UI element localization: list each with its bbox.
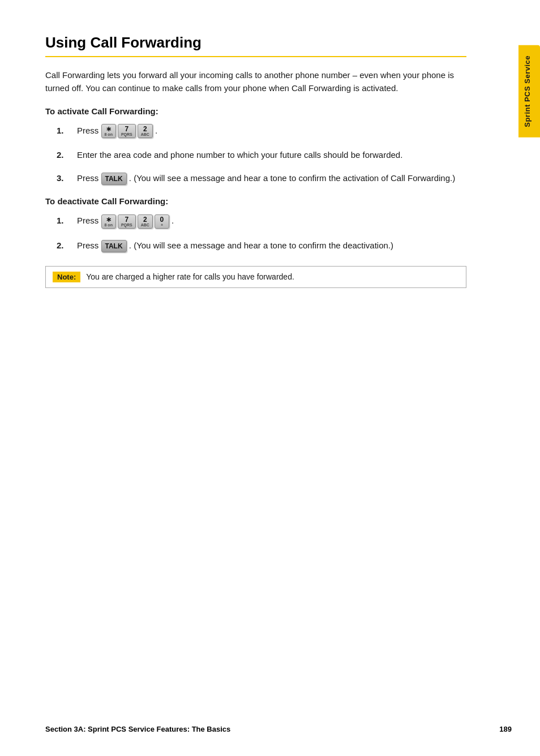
content-area: Using Call Forwarding Call Forwarding le… <box>45 34 466 288</box>
deact-key-zero: 0 + <box>155 214 169 229</box>
deact-step-2-note: . (You will see a message and hear a ton… <box>129 240 393 250</box>
page-wrapper: Sprint PCS Service Using Call Forwarding… <box>0 0 540 756</box>
step-1-period: . <box>155 126 157 135</box>
side-tab-label: Sprint PCS Service <box>523 55 532 127</box>
footer-page-number: 189 <box>499 725 512 733</box>
key-seven-sub: PQRS <box>121 132 132 136</box>
intro-paragraph: Call Forwarding lets you forward all you… <box>45 68 466 95</box>
step-2-text: Enter the area code and phone number to … <box>77 150 402 160</box>
step-2-content: Enter the area code and phone number to … <box>77 148 466 161</box>
deact-step-1-number: 1. <box>57 214 72 227</box>
key-seven-main: 7 <box>125 126 128 132</box>
step-3-keys: TALK <box>101 173 127 185</box>
key-two: 2 ABC <box>138 124 153 138</box>
footer-section-label: Section 3A: Sprint PCS Service Features:… <box>45 725 230 733</box>
key-talk-activate: TALK <box>101 173 127 185</box>
step-3-press-label: Press <box>77 173 101 183</box>
deact-key-star-sub: 8 on <box>105 223 113 227</box>
deact-step-2-content: Press TALK . (You will see a message and… <box>77 239 466 252</box>
step-3-number: 3. <box>57 171 72 184</box>
activate-steps-list: 1. Press ∗ 8 on 7 PQRS 2 <box>57 124 466 186</box>
page-title: Using Call Forwarding <box>45 34 466 57</box>
deact-key-seven-main: 7 <box>125 216 128 223</box>
page-footer: Section 3A: Sprint PCS Service Features:… <box>45 725 512 733</box>
key-seven: 7 PQRS <box>118 124 136 138</box>
deact-step-1-keys: ∗ 8 on 7 PQRS 2 ABC 0 + <box>101 214 169 229</box>
step-1-keys: ∗ 8 on 7 PQRS 2 ABC <box>101 124 153 138</box>
deact-key-star-main: ∗ <box>106 216 112 223</box>
step-3-note: . (You will see a message and hear a ton… <box>129 173 455 183</box>
deact-key-star: ∗ 8 on <box>101 214 116 229</box>
deact-key-two-sub: ABC <box>141 223 149 227</box>
deact-step-2-keys: TALK <box>101 240 127 252</box>
activate-header: To activate Call Forwarding: <box>45 106 466 116</box>
step-2-number: 2. <box>57 148 72 161</box>
note-text: You are charged a higher rate for calls … <box>86 271 294 283</box>
deact-key-two-main: 2 <box>143 216 147 223</box>
deactivate-step-1: 1. Press ∗ 8 on 7 PQRS 2 <box>57 214 466 229</box>
deact-key-seven: 7 PQRS <box>118 214 136 229</box>
step-1-content: Press ∗ 8 on 7 PQRS 2 ABC <box>77 124 466 139</box>
deact-step-1-content: Press ∗ 8 on 7 PQRS 2 ABC <box>77 214 466 229</box>
side-tab: Sprint PCS Service <box>518 45 540 138</box>
key-star-sub: 8 on <box>105 132 113 136</box>
deactivate-steps-list: 1. Press ∗ 8 on 7 PQRS 2 <box>57 214 466 252</box>
key-two-main: 2 <box>143 126 147 132</box>
deact-step-1-period: . <box>172 216 174 225</box>
deact-key-zero-sub: + <box>161 223 163 227</box>
step-1-press-label: Press <box>77 126 101 135</box>
key-talk-deactivate: TALK <box>101 240 127 252</box>
deact-step-2-number: 2. <box>57 239 72 252</box>
activate-step-1: 1. Press ∗ 8 on 7 PQRS 2 <box>57 124 466 139</box>
activate-step-3: 3. Press TALK . (You will see a message … <box>57 171 466 185</box>
key-talk-main: TALK <box>105 175 123 182</box>
deact-key-seven-sub: PQRS <box>121 223 132 227</box>
step-1-number: 1. <box>57 124 72 137</box>
deact-key-zero-main: 0 <box>160 216 164 223</box>
step-3-content: Press TALK . (You will see a message and… <box>77 171 466 185</box>
deactivate-header: To deactivate Call Forwarding: <box>45 196 466 206</box>
note-box: Note: You are charged a higher rate for … <box>45 266 466 288</box>
deactivate-step-2: 2. Press TALK . (You will see a message … <box>57 239 466 252</box>
deact-step-1-press-label: Press <box>77 216 101 225</box>
key-star-main: ∗ <box>106 126 112 132</box>
activate-step-2: 2. Enter the area code and phone number … <box>57 148 466 161</box>
key-talk-deact-main: TALK <box>105 243 123 250</box>
note-label: Note: <box>53 272 80 282</box>
key-star: ∗ 8 on <box>101 124 116 138</box>
deact-step-2-press-label: Press <box>77 240 101 250</box>
deact-key-two: 2 ABC <box>138 214 153 229</box>
key-two-sub: ABC <box>141 132 149 136</box>
